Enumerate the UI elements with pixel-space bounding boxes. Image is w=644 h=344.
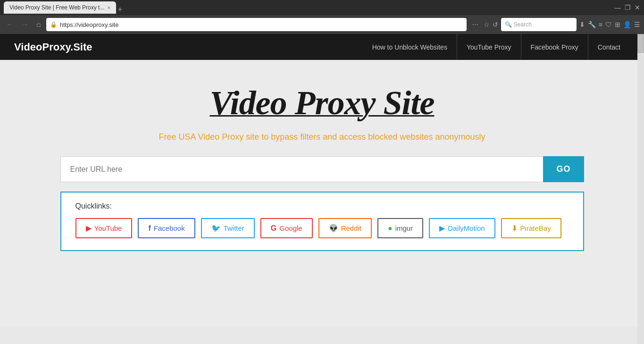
url-display: https://videoproxy.site (60, 21, 119, 28)
quicklink-google[interactable]: G Google (260, 218, 313, 238)
quicklinks-label: Quicklinks: (75, 202, 569, 210)
reader-icon[interactable]: ≡ (599, 21, 602, 28)
site-logo[interactable]: VideoProxy.Site (14, 41, 92, 53)
browser-toolbar: ← → ⌂ 🔒 https://videoproxy.site ··· ☆ ↺ … (0, 15, 644, 34)
profile-icon[interactable]: 👤 (623, 21, 631, 28)
url-input[interactable] (60, 156, 544, 182)
quicklink-reddit[interactable]: 👽 Reddit (318, 218, 372, 238)
menu-icon[interactable]: ☰ (634, 21, 640, 28)
scrollbar-thumb[interactable] (637, 34, 644, 53)
tab-title: Video Proxy Site | Free Web Proxy t... (9, 4, 104, 11)
site-nav: VideoProxy.Site How to Unblock Websites … (0, 34, 644, 60)
facebook-icon: f (148, 224, 151, 233)
nav-contact[interactable]: Contact (588, 34, 630, 60)
new-tab-btn[interactable]: + (118, 5, 122, 14)
website-content: VideoProxy.Site How to Unblock Websites … (0, 34, 644, 327)
quicklinks-box: Quicklinks: ▶ YouTube f Facebook 🐦 Twitt… (60, 192, 584, 251)
main-content: Video Proxy Site Free USA Video Proxy si… (0, 60, 644, 265)
forward-btn[interactable]: → (19, 19, 31, 30)
nav-how-to[interactable]: How to Unblock Websites (363, 34, 457, 60)
hero-subtitle: Free USA Video Proxy site to bypass filt… (159, 132, 485, 142)
scrollbar-track[interactable] (637, 34, 644, 327)
windows-icon[interactable]: ⊞ (615, 21, 620, 28)
title-bar: Video Proxy Site | Free Web Proxy t... ×… (0, 0, 644, 15)
more-btn[interactable]: ··· (469, 19, 480, 30)
imgur-icon: ● (388, 224, 393, 233)
lock-icon: 🔒 (50, 21, 57, 28)
google-icon: G (271, 224, 276, 233)
twitter-icon: 🐦 (211, 224, 221, 233)
quicklink-twitter[interactable]: 🐦 Twitter (201, 218, 255, 238)
nav-links: How to Unblock Websites YouTube Proxy Fa… (363, 34, 630, 60)
dailymotion-label: DailyMotion (448, 224, 485, 232)
maximize-btn[interactable]: ❐ (625, 4, 631, 11)
download-icon[interactable]: ⬇ (579, 21, 585, 28)
quicklinks-buttons: ▶ YouTube f Facebook 🐦 Twitter G Google … (75, 218, 569, 238)
browser-search-box[interactable]: 🔍 Search (501, 18, 577, 31)
tools-icon[interactable]: 🔧 (588, 21, 596, 28)
shield-icon[interactable]: 🛡 (605, 21, 612, 28)
quicklink-imgur[interactable]: ● imgur (377, 218, 423, 238)
quicklink-piratebay[interactable]: ⬇ PirateBay (501, 218, 561, 238)
home-btn[interactable]: ⌂ (34, 19, 43, 30)
go-button[interactable]: GO (543, 156, 584, 182)
back-btn[interactable]: ← (4, 19, 16, 30)
imgur-label: imgur (395, 224, 413, 232)
youtube-icon: ▶ (86, 224, 92, 233)
nav-youtube-proxy[interactable]: YouTube Proxy (457, 34, 521, 60)
reddit-label: Reddit (341, 224, 361, 232)
minimize-btn[interactable]: — (614, 4, 621, 11)
quicklink-facebook[interactable]: f Facebook (138, 218, 195, 238)
close-btn[interactable]: ✕ (635, 4, 640, 11)
bookmarks-icon[interactable]: ☆ (484, 21, 490, 28)
google-label: Google (279, 224, 302, 232)
quicklink-youtube[interactable]: ▶ YouTube (75, 218, 133, 238)
tab-close-btn[interactable]: × (107, 5, 110, 10)
piratebay-icon: ⬇ (511, 224, 518, 233)
youtube-label: YouTube (94, 224, 122, 232)
reload-btn[interactable]: ↺ (493, 21, 498, 28)
active-tab[interactable]: Video Proxy Site | Free Web Proxy t... × (4, 1, 116, 14)
piratebay-label: PirateBay (520, 224, 551, 232)
search-placeholder: Search (514, 21, 532, 28)
address-bar[interactable]: 🔒 https://videoproxy.site (46, 18, 467, 31)
search-form: GO (60, 156, 584, 182)
dailymotion-icon: ▶ (439, 224, 445, 233)
nav-facebook-proxy[interactable]: Facebook Proxy (521, 34, 588, 60)
tab-area: Video Proxy Site | Free Web Proxy t... ×… (4, 1, 122, 14)
browser-chrome: Video Proxy Site | Free Web Proxy t... ×… (0, 0, 644, 34)
twitter-label: Twitter (224, 224, 244, 232)
search-icon: 🔍 (505, 21, 512, 28)
facebook-label: Facebook (154, 224, 185, 232)
hero-title: Video Proxy Site (210, 84, 435, 123)
quicklink-dailymotion[interactable]: ▶ DailyMotion (429, 218, 495, 238)
reddit-icon: 👽 (329, 224, 338, 233)
